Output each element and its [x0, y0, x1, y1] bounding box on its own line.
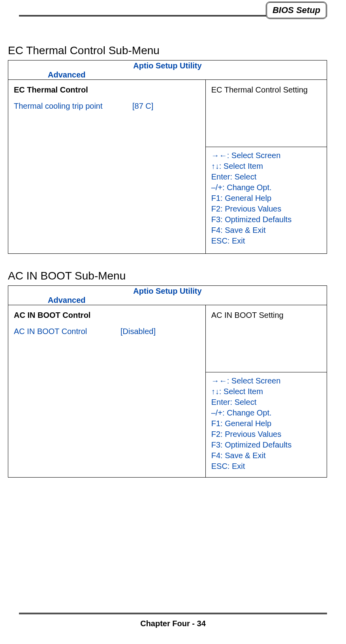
key-help: →←: Select Screen ↑↓: Select Item Enter:… — [206, 147, 327, 252]
header-badge: BIOS Setup — [266, 2, 327, 19]
help-line: ESC: Exit — [211, 236, 321, 246]
key-help: →←: Select Screen ↑↓: Select Item Enter:… — [206, 372, 327, 477]
panel-right: EC Thermal Control Setting →←: Select Sc… — [206, 79, 327, 253]
help-line: –/+: Change Opt. — [211, 182, 321, 193]
bios-panel-ac-in-boot: Aptio Setup Utility Advanced AC IN BOOT … — [8, 285, 327, 478]
help-line: F4: Save & Exit — [211, 225, 321, 236]
help-line: Enter: Select — [211, 172, 321, 182]
help-line: ESC: Exit — [211, 461, 321, 472]
help-line: F3: Optimized Defaults — [211, 440, 321, 450]
panel-right: AC IN BOOT Setting →←: Select Screen ↑↓:… — [206, 305, 327, 477]
tab-advanced[interactable]: Advanced — [8, 70, 327, 79]
help-line: F2: Previous Values — [211, 429, 321, 440]
help-line: F3: Optimized Defaults — [211, 214, 321, 225]
help-line: F2: Previous Values — [211, 204, 321, 214]
page-footer: Chapter Four - 34 — [0, 613, 346, 628]
panel-body: EC Thermal Control Thermal cooling trip … — [8, 79, 327, 253]
bios-panel-ec-thermal: Aptio Setup Utility Advanced EC Thermal … — [8, 60, 327, 254]
group-title: EC Thermal Control — [14, 85, 200, 94]
setting-label: AC IN BOOT Control — [14, 327, 120, 336]
page-header: BIOS Setup — [0, 0, 346, 17]
help-line: F1: General Help — [211, 418, 321, 429]
help-line: ↑↓: Select Item — [211, 161, 321, 172]
help-line: Enter: Select — [211, 397, 321, 408]
setting-value[interactable]: [Disabled] — [120, 327, 156, 336]
panel-body: AC IN BOOT Control AC IN BOOT Control [D… — [8, 305, 327, 477]
footer-text: Chapter Four - 34 — [0, 619, 346, 628]
footer-rule — [19, 613, 327, 614]
help-line: ↑↓: Select Item — [211, 386, 321, 397]
panel-left: AC IN BOOT Control AC IN BOOT Control [D… — [8, 305, 206, 477]
help-line: –/+: Change Opt. — [211, 408, 321, 418]
help-line: F1: General Help — [211, 193, 321, 204]
setting-description: EC Thermal Control Setting — [206, 79, 327, 147]
setting-row-ac-in-boot[interactable]: AC IN BOOT Control [Disabled] — [14, 327, 200, 336]
utility-title: Aptio Setup Utility — [8, 286, 327, 296]
page-content: EC Thermal Control Sub-Menu Aptio Setup … — [0, 17, 346, 478]
tab-advanced[interactable]: Advanced — [8, 296, 327, 305]
help-line: →←: Select Screen — [211, 150, 321, 161]
setting-description: AC IN BOOT Setting — [206, 305, 327, 372]
setting-row-thermal-trip[interactable]: Thermal cooling trip point [87 C] — [14, 102, 200, 111]
section-title-ac-in-boot: AC IN BOOT Sub-Menu — [8, 270, 327, 282]
group-title: AC IN BOOT Control — [14, 311, 200, 320]
setting-value[interactable]: [87 C] — [132, 102, 153, 111]
setting-label: Thermal cooling trip point — [14, 102, 132, 111]
utility-title: Aptio Setup Utility — [8, 60, 327, 70]
help-line: F4: Save & Exit — [211, 450, 321, 461]
section-title-ec-thermal: EC Thermal Control Sub-Menu — [8, 44, 327, 57]
help-line: →←: Select Screen — [211, 376, 321, 386]
panel-left: EC Thermal Control Thermal cooling trip … — [8, 79, 206, 253]
